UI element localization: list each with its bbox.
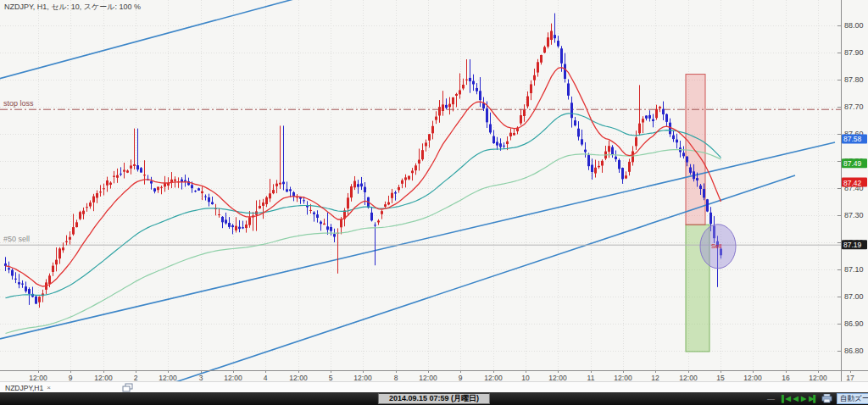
svg-text:12:00: 12:00: [353, 374, 372, 381]
status-bar: 2014.09.15 07:59 (月曜日) — ▌◀ ◀ ▶ ▶▌ 自動ズーム: [0, 392, 868, 405]
scrollbar-handle[interactable]: —: [767, 395, 775, 403]
tab-label: NZDJPY,H1: [5, 384, 43, 392]
svg-text:87.19: 87.19: [843, 241, 862, 249]
svg-text:16: 16: [782, 374, 790, 381]
risk-rectangle: [686, 75, 705, 225]
svg-text:88.00: 88.00: [844, 21, 864, 30]
svg-text:87.30: 87.30: [844, 211, 864, 219]
step-last-button[interactable]: ▶▌: [809, 395, 817, 402]
step-first-button[interactable]: ▌◀: [782, 395, 790, 402]
svg-text:87.49: 87.49: [843, 159, 862, 168]
svg-text:10: 10: [521, 374, 530, 381]
svg-text:9: 9: [69, 374, 73, 381]
svg-text:11: 11: [587, 374, 595, 381]
chart-tab-bar: NZDJPY,H1 ×: [0, 381, 868, 393]
svg-text:12:00: 12:00: [614, 374, 632, 381]
chart-title: NZDJPY, H1, セル: 10, スケール: 100 %: [4, 3, 141, 11]
svg-text:2: 2: [134, 374, 138, 381]
svg-text:15: 15: [716, 374, 725, 381]
svg-text:3: 3: [199, 374, 203, 381]
svg-text:12: 12: [651, 374, 659, 381]
auto-zoom-toggle[interactable]: 自動ズーム: [837, 393, 868, 404]
svg-text:5: 5: [329, 374, 333, 381]
candlestick-chart[interactable]: 88.0087.9087.8087.7087.6087.5087.4087.30…: [0, 0, 868, 381]
svg-text:87.58: 87.58: [843, 135, 862, 143]
svg-text:87.10: 87.10: [844, 265, 864, 274]
svg-text:8: 8: [394, 374, 398, 381]
svg-text:12:00: 12:00: [419, 374, 437, 381]
svg-text:12:00: 12:00: [289, 374, 308, 381]
svg-text:12:00: 12:00: [94, 374, 113, 381]
svg-text:86.90: 86.90: [844, 319, 864, 328]
svg-text:12:00: 12:00: [29, 374, 47, 381]
printer-icon[interactable]: [821, 394, 832, 403]
svg-text:86.80: 86.80: [844, 347, 864, 355]
tab-close-icon[interactable]: ×: [47, 384, 51, 391]
svg-text:87.42: 87.42: [843, 179, 862, 187]
svg-text:17: 17: [846, 374, 854, 381]
svg-text:4: 4: [264, 374, 268, 381]
svg-text:12:00: 12:00: [224, 374, 242, 381]
svg-text:9: 9: [459, 374, 463, 381]
tab-nzdjpy-h1[interactable]: NZDJPY,H1 ×: [0, 384, 56, 392]
svg-text:12:00: 12:00: [809, 374, 827, 381]
window-restore-icon[interactable]: [122, 383, 134, 392]
step-forward-button[interactable]: ▶: [801, 395, 805, 402]
svg-text:87.70: 87.70: [844, 103, 864, 111]
status-datetime: 2014.09.15 07:59 (月曜日): [378, 393, 490, 404]
svg-text:87.00: 87.00: [844, 292, 864, 301]
svg-text:87.90: 87.90: [844, 48, 864, 57]
svg-text:87.80: 87.80: [844, 75, 864, 84]
svg-text:12:00: 12:00: [548, 374, 567, 381]
open-position-label: #50 sell: [3, 235, 30, 243]
mt4-chart-window: 88.0087.9087.8087.7087.6087.5087.4087.30…: [0, 0, 868, 405]
stop-loss-label: stop loss: [3, 99, 34, 108]
svg-text:12:00: 12:00: [679, 374, 698, 381]
svg-text:12:00: 12:00: [484, 374, 503, 381]
step-back-button[interactable]: ◀: [793, 395, 798, 402]
sell-trade-marker: Sell: [711, 242, 722, 251]
svg-text:12:00: 12:00: [159, 374, 177, 381]
svg-text:12:00: 12:00: [743, 374, 762, 381]
status-right-controls: — ▌◀ ◀ ▶ ▶▌ 自動ズーム: [767, 392, 868, 405]
